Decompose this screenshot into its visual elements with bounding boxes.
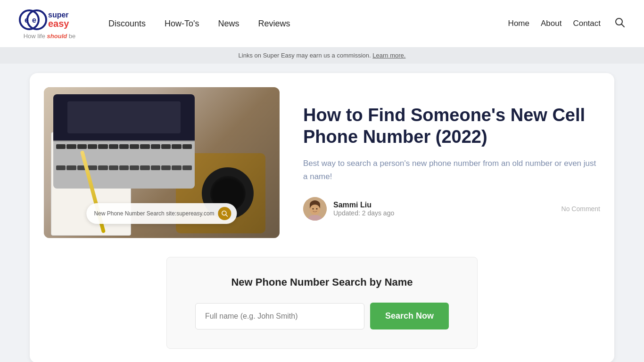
main-nav: Discounts How-To's News Reviews [108, 19, 290, 29]
nav-howtos[interactable]: How-To's [165, 19, 199, 29]
header-right: Home About Contact [508, 17, 625, 30]
nav-home[interactable]: Home [508, 19, 529, 28]
hero-section: New Phone Number Search site:supereasy.c… [44, 87, 600, 238]
image-search-bar: New Phone Number Search site:supereasy.c… [86, 203, 237, 224]
author-info: Sammi Liu Updated: 2 days ago [303, 197, 394, 221]
article-title: How to Find Someone's New Cell Phone Num… [303, 105, 600, 148]
search-icon [615, 17, 625, 28]
svg-line-7 [622, 24, 625, 27]
header-left: e e super easy How life should be Discou… [19, 8, 290, 40]
logo-icon: e e super easy [19, 8, 80, 32]
update-time: Updated: 2 days ago [333, 209, 394, 217]
svg-point-14 [313, 208, 314, 209]
name-search-input[interactable] [195, 303, 364, 329]
svg-text:e: e [32, 16, 36, 24]
nav-news[interactable]: News [218, 19, 239, 29]
article-info: How to Find Someone's New Cell Phone Num… [303, 105, 600, 221]
nav-contact[interactable]: Contact [573, 19, 601, 28]
article-subtitle: Best way to search a person's new phone … [303, 157, 600, 182]
search-widget-title: New Phone Number Search by Name [195, 276, 449, 288]
author-name: Sammi Liu [333, 201, 394, 209]
svg-point-13 [310, 205, 320, 215]
svg-text:super: super [48, 11, 69, 19]
nav-discounts[interactable]: Discounts [108, 19, 146, 29]
svg-text:e: e [25, 16, 29, 24]
image-search-icon [218, 207, 231, 220]
affiliate-link[interactable]: Learn more. [372, 52, 405, 59]
nav-reviews[interactable]: Reviews [258, 19, 290, 29]
main-content: New Phone Number Search site:supereasy.c… [20, 73, 624, 362]
no-comment: No Comment [561, 205, 600, 213]
author-row: Sammi Liu Updated: 2 days ago No Comment [303, 197, 600, 221]
laptop [53, 94, 195, 189]
affiliate-bar: Links on Super Easy may earn us a commis… [0, 47, 644, 64]
header-search-button[interactable] [615, 17, 625, 30]
image-search-text: New Phone Number Search site:supereasy.c… [94, 210, 214, 217]
site-header: e e super easy How life should be Discou… [0, 0, 644, 47]
affiliate-text: Links on Super Easy may earn us a commis… [239, 52, 373, 59]
hero-image: New Phone Number Search site:supereasy.c… [44, 87, 280, 238]
secondary-nav: Home About Contact [508, 19, 601, 28]
author-details: Sammi Liu Updated: 2 days ago [333, 201, 394, 217]
nav-about[interactable]: About [541, 19, 561, 28]
svg-point-15 [316, 208, 318, 209]
svg-text:easy: easy [48, 18, 69, 29]
logo[interactable]: e e super easy How life should be [19, 8, 80, 40]
search-widget: New Phone Number Search by Name Search N… [166, 257, 478, 349]
avatar [303, 197, 327, 221]
logo-tagline: How life should be [24, 33, 76, 40]
svg-line-9 [226, 215, 228, 217]
search-now-button[interactable]: Search Now [370, 303, 449, 329]
article-card: New Phone Number Search site:supereasy.c… [30, 73, 614, 362]
search-form: Search Now [195, 303, 449, 329]
